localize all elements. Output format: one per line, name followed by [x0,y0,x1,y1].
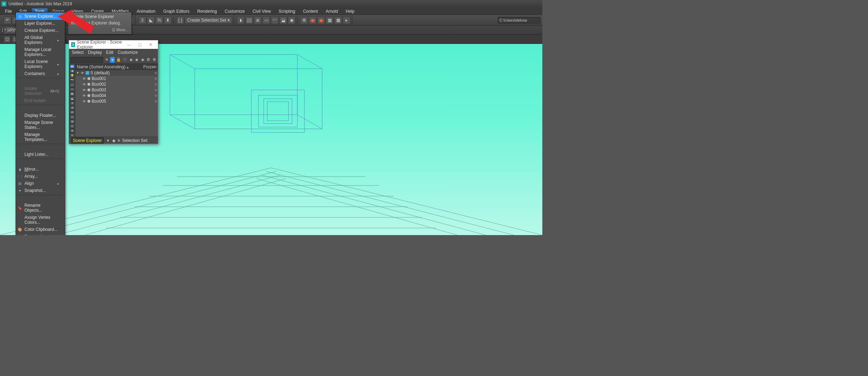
se-filter-icon-9[interactable]: ❄ [70,106,75,110]
object-row[interactable]: Box002 [75,81,158,87]
edit-named-selection-icon[interactable]: { } [176,16,184,24]
menu-item-mirror[interactable]: ◗Mirror... [16,166,65,173]
menu-rendering[interactable]: Rendering [194,8,219,15]
layer-tool5-icon[interactable]: ⚙ [152,57,156,63]
lock-icon[interactable]: 🔒 [116,57,121,63]
menu-item-snapshot[interactable]: ✦Snapshot... [16,187,65,194]
maximize-button[interactable]: ▢ [135,41,145,49]
se-filter-icon-13[interactable]: ▽ [70,124,75,128]
layer-row[interactable]: ▼ 0 (default) [75,70,158,76]
render-last-icon[interactable]: ▦ [334,16,342,24]
menu-help[interactable]: Help [343,8,358,15]
menu-item-manage-local-explorers[interactable]: Manage Local Explorers... [16,46,65,58]
menu-content[interactable]: Content [300,8,321,15]
visibility-icon[interactable] [82,76,86,81]
column-name[interactable]: Name (Sorted Ascending) [77,64,129,69]
menu-customize[interactable]: Customize [222,8,248,15]
se-menu-edit[interactable]: Edit [106,50,114,55]
render-preset-icon[interactable]: ▦ [326,16,333,24]
visibility-icon[interactable] [82,93,86,98]
undo-button[interactable]: ↶ [4,16,11,24]
visibility-icon[interactable] [82,82,86,87]
minimize-button[interactable]: — [124,41,135,49]
mode-dropdown-icon[interactable]: ▾ [106,138,110,143]
menu-item-align[interactable]: ⊟Align [16,180,65,187]
close-button[interactable]: ✕ [145,41,156,49]
freeze-icon[interactable] [154,77,157,81]
object-row[interactable]: Box003 [75,87,158,93]
layer-tool1-icon[interactable]: ◈ [129,57,133,63]
se-filter-icon-14[interactable]: ▼ [70,129,75,133]
menu-item-display-floater[interactable]: Display Floater... [16,112,65,119]
se-filter-icon-3[interactable]: 📷 [70,78,75,82]
se-filter-icon-6[interactable]: ⬒ [70,92,75,96]
snap-toggle-icon[interactable]: 3 [138,16,146,24]
menu-animation[interactable]: Animation [134,8,158,15]
filter-selection-icon[interactable]: ▼ [110,57,114,63]
render-frame-icon[interactable]: 🫖 [309,16,316,24]
menu-item-rename-objects[interactable]: 🔖Rename Objects... [16,202,65,214]
freeze-icon[interactable] [154,99,157,103]
se-filter-icon-2[interactable]: 💡 [70,74,75,78]
se-filter-icon-10[interactable]: 👁 [70,110,75,114]
menu-item-perspective-match[interactable]: Perspective Match... [16,233,65,235]
menu-graph-editors[interactable]: Graph Editors [160,8,192,15]
layer-tool3-icon[interactable]: ◈ [141,57,145,63]
se-filter-icon-5[interactable]: 〰 [70,87,75,91]
align-icon[interactable]: ▯▯ [245,16,253,24]
menu-item-containers[interactable]: Containers [16,70,65,77]
se-menu-select[interactable]: Select [72,50,84,55]
menu-item-assign-vertex-colors[interactable]: Assign Vertex Colors... [16,214,65,226]
se-filter-icon-1[interactable]: ◉ [70,69,75,73]
layer-tool2-icon[interactable]: ◈ [135,57,139,63]
menu-arnold[interactable]: Arnold [323,8,341,15]
menu-item-local-scene-explorers[interactable]: Local Scene Explorers [16,58,65,70]
freeze-icon[interactable] [154,88,157,92]
se-filter-icon-4[interactable]: ⬚ [70,83,75,87]
se-filter-icon-12[interactable]: ⊞ [70,120,75,124]
se-filter-icon-7[interactable]: ⬓ [70,97,75,101]
render-icon[interactable]: 🫖 [317,16,325,24]
selection-set-dropdown[interactable]: Create Selection Set▾ [185,17,232,24]
visibility-icon[interactable] [81,70,84,75]
percent-snap-icon[interactable]: % [155,16,163,24]
menu-scripting[interactable]: Scripting [276,8,298,15]
schematic-view-icon[interactable]: ⬓ [279,16,287,24]
toggle-ribbon-icon[interactable]: ▭ [262,16,270,24]
menu-file[interactable]: File [2,8,15,15]
render-setup-icon[interactable]: ⚙ [300,16,308,24]
clear-search-icon[interactable]: ✕ [104,57,109,63]
visibility-icon[interactable] [82,87,86,92]
collapse-toggle-icon[interactable]: ▼ [76,71,79,75]
menu-item-color-clipboard[interactable]: 🎨Color Clipboard... [16,226,65,233]
scene-explorer-header[interactable]: Name (Sorted Ascending) Frozen [75,64,158,70]
mirror-icon[interactable]: ◗ [237,16,245,24]
path-field[interactable] [498,17,540,23]
se-filter-icon-11[interactable]: ◻ [70,115,75,119]
scene-explorer-mode-label[interactable]: Scene Explorer [71,137,104,144]
layer-explorer-icon[interactable]: ≣ [254,16,262,24]
object-row[interactable]: Box004 [75,93,158,98]
curve-editor-icon[interactable]: 〰 [271,16,279,24]
status-tool1-icon[interactable]: ◈ [112,138,115,143]
layer-tool4-icon[interactable]: ⚙ [146,57,150,63]
se-filter-icon-8[interactable]: ✦ [70,101,75,105]
se-filter-icon-0[interactable]: ▣ [70,64,75,68]
object-row[interactable]: Box001 [75,76,158,81]
menu-item-manage-scene-states[interactable]: Manage Scene States... [16,119,65,131]
freeze-icon[interactable] [154,71,157,75]
add-layer-icon[interactable]: ➕ [122,57,127,63]
freeze-icon[interactable] [154,82,157,86]
spinner-snap-icon[interactable]: ⬍ [164,16,172,24]
render-production-icon[interactable]: ▸ [343,16,350,24]
menu-item-manage-templates[interactable]: Manage Templates... [16,131,65,143]
material-editor-icon[interactable]: ◉ [288,16,296,24]
se-menu-customize[interactable]: Customize [118,50,138,55]
angle-snap-icon[interactable]: ◣ [147,16,155,24]
column-frozen[interactable]: Frozen [143,64,156,69]
scene-explorer-search[interactable] [70,57,103,63]
menu-item-light-lister[interactable]: Light Lister... [16,151,65,158]
object-row[interactable]: Box005 [75,98,158,104]
polygon-modeling-icon[interactable]: ◻ [4,36,11,43]
status-tool2-icon[interactable]: ≡ [118,138,120,143]
